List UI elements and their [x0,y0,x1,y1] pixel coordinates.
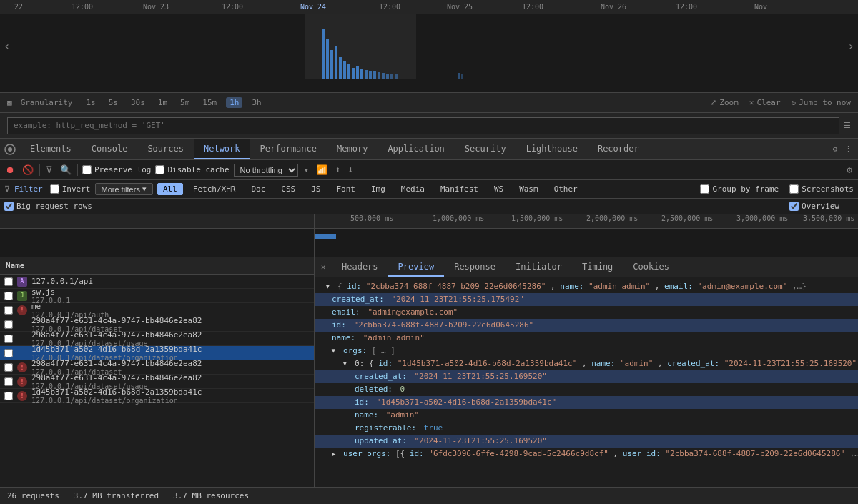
type-btn-doc[interactable]: Doc [245,183,271,195]
clear-action[interactable]: ✕ Clear [749,98,781,107]
type-btn-media[interactable]: Media [395,183,430,195]
search-icon[interactable]: 🔍 [59,163,73,177]
panel-tab-initiator[interactable]: Initiator [506,257,572,277]
screenshots-checkbox[interactable] [789,184,799,194]
main-content: Name A 127.0.0.1/api J sw.js 127.0.0.1 !… [0,257,858,487]
jump-action[interactable]: ↻ Jump to now [792,98,851,107]
ruler-name-col [0,214,315,229]
network-toolbar: ⏺ 🚫 ⊽ 🔍 Preserve log Disable cache No th… [0,160,858,180]
filter-icon[interactable]: ⊽ [44,163,54,177]
timeline-chart[interactable] [0,14,858,79]
more-filters-button[interactable]: More filters ▾ [95,183,153,195]
panel-tab-headers[interactable]: Headers [332,257,388,277]
request-checkbox-2[interactable] [4,292,13,300]
gran-1h[interactable]: 1h [226,97,242,108]
type-btn-manifest[interactable]: Manifest [435,183,484,195]
tab-security[interactable]: Security [455,139,516,159]
gran-1s[interactable]: 1s [82,97,99,108]
request-checkbox-1[interactable] [4,277,13,286]
request-row[interactable]: ! 1d45b371-a502-4d16-b68d-2a1359bda41c 1… [0,389,314,403]
gran-5s[interactable]: 5s [105,97,122,108]
wifi-icon[interactable]: 📶 [315,163,329,177]
filter-input[interactable] [7,117,839,134]
request-icon-err-9: ! [17,391,27,401]
gran-1m[interactable]: 1m [154,97,171,108]
panel-tab-cookies[interactable]: Cookies [623,257,679,277]
svg-rect-1 [322,29,325,79]
big-rows-checkbox[interactable] [4,202,14,211]
type-btn-all[interactable]: All [157,183,183,195]
json-created-at-line: created_at: "2024-11-23T21:55:25.175492" [315,293,858,306]
json-root-collapse[interactable]: { [337,282,342,291]
record-icon[interactable]: ⏺ [4,163,16,177]
tab-lighthouse[interactable]: Lighthouse [516,139,588,159]
tab-console[interactable]: Console [82,139,138,159]
date-nov23: Nov 23 [143,3,169,11]
network-settings-icon[interactable]: ⚙ [845,163,854,177]
request-info-9: 1d45b371-a502-4d16-b68d-2a1359bda41c 127… [31,387,310,405]
request-checkbox-3[interactable] [4,306,13,315]
tab-elements[interactable]: Elements [20,139,82,159]
type-btn-css[interactable]: CSS [275,183,301,195]
request-checkbox-7[interactable] [4,363,13,372]
json-orgs-triangle[interactable]: ▶ [328,349,340,352]
tab-performance[interactable]: Performance [250,139,327,159]
panel-tab-response[interactable]: Response [444,257,506,277]
panel-tab-preview[interactable]: Preview [388,257,445,277]
request-checkbox-4[interactable] [4,320,13,329]
json-orgs-0-created-at-line: created_at: "2024-11-23T21:55:25.169520" [315,370,858,383]
more-options-icon[interactable]: ⋮ [844,144,852,154]
group-by-frame-checkbox[interactable] [700,184,709,194]
svg-rect-15 [382,73,385,79]
tab-network[interactable]: Network [194,139,250,159]
throttle-dropdown-icon[interactable]: ▾ [302,163,311,177]
gran-15m[interactable]: 15m [199,97,220,108]
json-root-name-val: "admin admin" [588,282,650,291]
clear-log-icon[interactable]: 🚫 [21,163,35,177]
date-nov-end: Nov [754,3,767,11]
request-checkbox-5[interactable] [4,335,13,343]
export-icon[interactable]: ⬇ [346,163,355,177]
throttle-select[interactable]: No throttling Fast 3G Slow 3G [234,164,298,177]
type-btn-font[interactable]: Font [330,183,361,195]
panel-close-button[interactable]: ✕ [315,257,332,277]
json-user-orgs-triangle[interactable]: ▶ [332,448,335,460]
tab-sources[interactable]: Sources [137,139,194,159]
request-checkbox-9[interactable] [4,392,13,400]
disable-cache-checkbox[interactable] [155,165,164,174]
granularity-bar: ▩ Granularity 1s 5s 30s 1m 5m 15m 1h 3h … [0,93,858,113]
preserve-log-checkbox[interactable] [82,165,92,174]
panel-tab-timing[interactable]: Timing [572,257,623,277]
import-icon[interactable]: ⬆ [333,163,342,177]
timeline-nav-left[interactable]: ‹ [4,39,11,53]
tab-recorder[interactable]: Recorder [588,139,649,159]
gran-5m[interactable]: 5m [177,97,193,108]
zoom-action[interactable]: ⤢ Zoom [710,98,739,107]
gran-3h[interactable]: 3h [248,97,265,108]
tab-memory[interactable]: Memory [327,139,378,159]
panel-content[interactable]: ▶ { id: "2cbba374-688f-4887-b209-22e6d06… [315,277,858,487]
type-btn-js[interactable]: JS [305,183,326,195]
overview-checkbox[interactable] [789,202,799,211]
type-btn-wasm[interactable]: Wasm [513,183,544,195]
invert-checkbox[interactable] [50,184,59,194]
json-orgs-0-triangle[interactable]: ▶ [340,362,351,365]
timeline-nav-right[interactable]: › [847,39,854,53]
filter-options-icon[interactable]: ☰ [844,121,851,130]
type-btn-img[interactable]: Img [365,183,391,195]
json-orgs-0-cat-k: created_at: [667,359,724,368]
request-checkbox-8[interactable] [4,377,13,386]
json-orgs-0-cat-v: "2024-11-23T21:55:25.169520" [724,359,857,368]
request-checkbox-6[interactable] [4,349,13,357]
request-name-6: 1d45b371-a502-4d16-b68d-2a1359bda41c [31,345,310,354]
filter-icon-2[interactable]: ⊽ [4,184,10,194]
json-user-orgs-ellipsis: ,…}] [850,449,858,458]
type-btn-other[interactable]: Other [548,183,583,195]
type-btn-ws[interactable]: WS [488,183,509,195]
gran-30s[interactable]: 30s [127,97,149,108]
settings-icon[interactable]: ⚙ [832,144,837,154]
type-btn-fetch[interactable]: Fetch/XHR [187,183,242,195]
json-root-triangle[interactable]: ▶ [322,285,334,288]
tab-application[interactable]: Application [378,139,454,159]
json-orgs-0-reg-key: registerable: [355,423,416,433]
